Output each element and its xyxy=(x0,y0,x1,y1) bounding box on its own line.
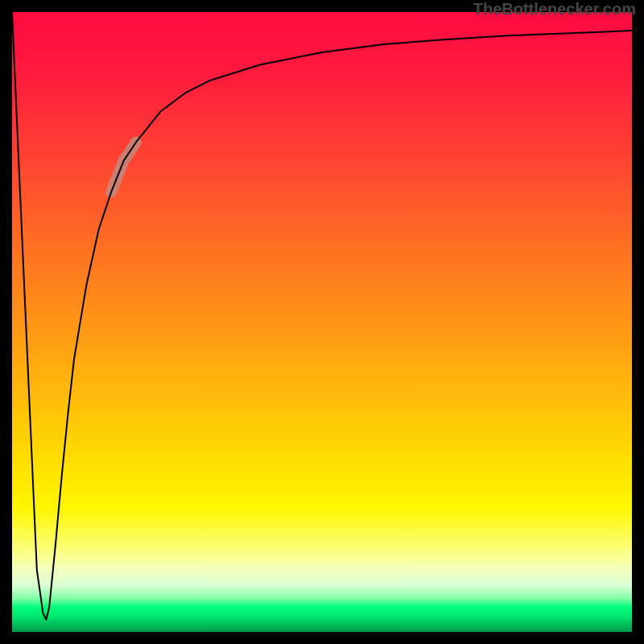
curve-layer xyxy=(12,12,632,632)
bottleneck-curve xyxy=(12,12,632,620)
source-label: TheBottlenecker.com xyxy=(473,0,636,19)
plot-area xyxy=(12,12,632,632)
chart-container: TheBottlenecker.com xyxy=(0,0,644,644)
